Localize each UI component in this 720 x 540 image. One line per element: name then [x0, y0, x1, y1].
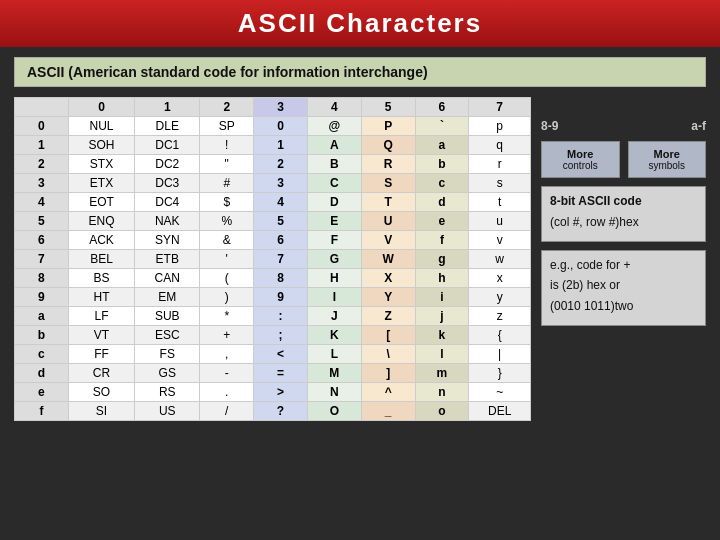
subtitle-text: ASCII (American standard code for inform…: [27, 64, 428, 80]
table-row: aLFSUB*:JZjz: [15, 307, 531, 326]
table-cell: 2: [254, 155, 308, 174]
table-row: 9HTEM)9IYiy: [15, 288, 531, 307]
corner-header: [15, 98, 69, 117]
table-cell: |: [469, 345, 531, 364]
table-cell: d: [415, 193, 469, 212]
table-cell: w: [469, 250, 531, 269]
table-cell: US: [135, 402, 200, 421]
table-cell: Q: [361, 136, 415, 155]
table-cell: u: [469, 212, 531, 231]
table-cell: I: [307, 288, 361, 307]
info-subtitle: (col #, row #)hex: [550, 214, 697, 231]
table-cell: %: [200, 212, 254, 231]
info-example-val2: (0010 1011)two: [550, 298, 697, 315]
table-cell: n: [415, 383, 469, 402]
table-cell: .: [200, 383, 254, 402]
table-cell: L: [307, 345, 361, 364]
table-cell: K: [307, 326, 361, 345]
table-cell: _: [361, 402, 415, 421]
table-row: fSIUS/?O_oDEL: [15, 402, 531, 421]
table-cell: J: [307, 307, 361, 326]
table-cell: ): [200, 288, 254, 307]
table-cell: E: [307, 212, 361, 231]
info-box-example: e.g., code for + is (2b) hex or (0010 10…: [541, 250, 706, 326]
table-cell: ?: [254, 402, 308, 421]
table-cell: 4: [254, 193, 308, 212]
col-af-label: a-f: [691, 119, 706, 133]
table-cell: \: [361, 345, 415, 364]
col-header-6: 6: [415, 98, 469, 117]
subtitle-box: ASCII (American standard code for inform…: [14, 57, 706, 87]
table-cell: Z: [361, 307, 415, 326]
table-cell: SOH: [68, 136, 134, 155]
table-cell: 1: [254, 136, 308, 155]
table-cell: ENQ: [68, 212, 134, 231]
table-cell: F: [307, 231, 361, 250]
table-cell: *: [200, 307, 254, 326]
table-cell: @: [307, 117, 361, 136]
table-cell: N: [307, 383, 361, 402]
table-cell: ETX: [68, 174, 134, 193]
table-cell: U: [361, 212, 415, 231]
table-cell: A: [307, 136, 361, 155]
more-controls: More controls: [541, 141, 620, 178]
col-header-7: 7: [469, 98, 531, 117]
table-cell: p: [469, 117, 531, 136]
table-row: 1SOHDC1!1AQaq: [15, 136, 531, 155]
table-cell: s: [469, 174, 531, 193]
table-cell: }: [469, 364, 531, 383]
col-89-label: 8-9: [541, 119, 558, 133]
row-header: 5: [15, 212, 69, 231]
table-cell: :: [254, 307, 308, 326]
table-cell: NUL: [68, 117, 134, 136]
table-cell: 7: [254, 250, 308, 269]
table-cell: ESC: [135, 326, 200, 345]
table-cell: Y: [361, 288, 415, 307]
table-cell: {: [469, 326, 531, 345]
row-header: 9: [15, 288, 69, 307]
table-cell: X: [361, 269, 415, 288]
table-cell: ': [200, 250, 254, 269]
table-cell: #: [200, 174, 254, 193]
info-example-label: e.g., code for +: [550, 257, 697, 274]
table-cell: DC1: [135, 136, 200, 155]
table-cell: y: [469, 288, 531, 307]
table-cell: RS: [135, 383, 200, 402]
info-title: 8-bit ASCII code: [550, 194, 642, 208]
table-cell: -: [200, 364, 254, 383]
table-cell: B: [307, 155, 361, 174]
col-header-5: 5: [361, 98, 415, 117]
row-header: 2: [15, 155, 69, 174]
table-cell: SI: [68, 402, 134, 421]
table-cell: SUB: [135, 307, 200, 326]
table-cell: STX: [68, 155, 134, 174]
table-cell: `: [415, 117, 469, 136]
table-cell: <: [254, 345, 308, 364]
ascii-table: 0 1 2 3 4 5 6 7 0NULDLESP0@P`p1SOHDC1!1A…: [14, 97, 531, 421]
table-cell: H: [307, 269, 361, 288]
table-cell: c: [415, 174, 469, 193]
table-cell: GS: [135, 364, 200, 383]
table-cell: j: [415, 307, 469, 326]
table-cell: DC4: [135, 193, 200, 212]
row-header: 6: [15, 231, 69, 250]
table-cell: f: [415, 231, 469, 250]
more-symbols-sub: symbols: [637, 160, 698, 171]
more-symbols: More symbols: [628, 141, 707, 178]
col-header-0: 0: [68, 98, 134, 117]
table-cell: v: [469, 231, 531, 250]
row-header: 7: [15, 250, 69, 269]
table-row: cFFFS,<L\l|: [15, 345, 531, 364]
table-cell: r: [469, 155, 531, 174]
table-cell: HT: [68, 288, 134, 307]
table-cell: (: [200, 269, 254, 288]
table-cell: DLE: [135, 117, 200, 136]
col-header-4: 4: [307, 98, 361, 117]
table-cell: i: [415, 288, 469, 307]
info-box-8bit: 8-bit ASCII code (col #, row #)hex: [541, 186, 706, 242]
table-cell: l: [415, 345, 469, 364]
table-cell: DC2: [135, 155, 200, 174]
table-cell: DEL: [469, 402, 531, 421]
table-cell: CAN: [135, 269, 200, 288]
table-cell: DC3: [135, 174, 200, 193]
